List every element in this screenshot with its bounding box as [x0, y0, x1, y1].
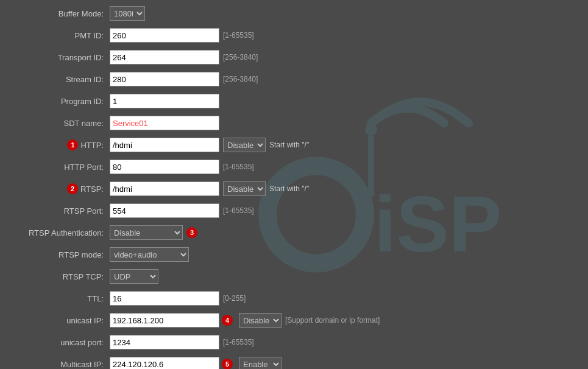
multicast-ip-row: Multicast IP: 5 Enable Disable: [12, 356, 576, 369]
rtsp-mode-select[interactable]: video+audio video only audio only: [110, 247, 189, 262]
http-port-label: HTTP Port:: [12, 163, 110, 172]
http-port-row: HTTP Port: [1-65535]: [12, 158, 576, 175]
sdt-name-label: SDT name:: [12, 119, 110, 128]
unicast-ip-select[interactable]: Disable Enable: [239, 313, 282, 328]
rtsp-label: RTSP:: [80, 184, 104, 194]
rtsp-label-container: 2 RTSP:: [12, 183, 110, 194]
rtsp-mode-row: RTSP mode: video+audio video only audio …: [12, 246, 576, 263]
buffer-mode-row: Buffer Mode: 1080i: [12, 5, 576, 22]
buffer-mode-label: Buffer Mode:: [12, 9, 110, 18]
http-label: HTTP:: [80, 141, 104, 150]
http-badge: 1: [67, 139, 78, 150]
form-container: Buffer Mode: 1080i PMT ID: [1-65535] Tra…: [0, 0, 588, 369]
buffer-mode-select[interactable]: 1080i: [110, 6, 145, 21]
rtsp-badge: 2: [67, 183, 78, 194]
sdt-name-row: SDT name:: [12, 114, 576, 132]
rtsp-mode-label: RTSP mode:: [12, 250, 110, 259]
unicast-ip-row: unicast IP: 4 Disable Enable [Support do…: [12, 312, 576, 329]
unicast-port-range: [1-65535]: [223, 338, 254, 346]
http-input[interactable]: [110, 138, 219, 152]
stream-id-input[interactable]: [110, 72, 219, 86]
http-label-container: 1 HTTP:: [12, 139, 110, 150]
rtsp-port-label: RTSP Port:: [12, 206, 110, 216]
unicast-port-row: unicast port: [1-65535]: [12, 334, 576, 351]
rtsp-row: 2 RTSP: Disable Enable Start with "/": [12, 180, 576, 197]
multicast-ip-badge: 5: [222, 359, 233, 369]
http-port-input[interactable]: [110, 160, 219, 174]
unicast-port-input[interactable]: [110, 335, 219, 350]
stream-id-range: [256-3840]: [223, 75, 258, 83]
http-hint: Start with "/": [269, 141, 309, 149]
rtsp-tcp-select[interactable]: UDP TCP: [110, 269, 158, 284]
pmt-id-row: PMT ID: [1-65535]: [12, 27, 576, 44]
rtsp-auth-label: RTSP Authentication:: [12, 228, 110, 237]
stream-id-row: Stream ID: [256-3840]: [12, 71, 576, 88]
program-id-label: Program ID:: [12, 97, 110, 106]
rtsp-port-range: [1-65535]: [223, 206, 254, 215]
http-row: 1 HTTP: Disable Enable Start with "/": [12, 136, 576, 153]
ttl-input[interactable]: [110, 291, 219, 306]
transport-id-row: Transport ID: [256-3840]: [12, 49, 576, 66]
unicast-ip-input[interactable]: [110, 313, 219, 328]
rtsp-select[interactable]: Disable Enable: [223, 181, 266, 196]
ttl-range: [0-255]: [223, 294, 246, 303]
rtsp-input[interactable]: [110, 181, 219, 196]
rtsp-tcp-row: RTSP TCP: UDP TCP: [12, 268, 576, 285]
unicast-ip-label: unicast IP:: [12, 316, 110, 325]
http-port-range: [1-65535]: [223, 163, 254, 171]
unicast-ip-hint: [Support domain or ip format]: [285, 316, 380, 325]
rtsp-tcp-label: RTSP TCP:: [12, 272, 110, 281]
multicast-ip-input[interactable]: [110, 357, 219, 369]
rtsp-port-row: RTSP Port: [1-65535]: [12, 202, 576, 219]
unicast-port-label: unicast port:: [12, 338, 110, 347]
pmt-id-label: PMT ID:: [12, 31, 110, 40]
unicast-ip-badge: 4: [222, 315, 233, 326]
ttl-label: TTL:: [12, 294, 110, 303]
rtsp-port-input[interactable]: [110, 203, 219, 218]
program-id-input[interactable]: [110, 94, 219, 108]
rtsp-hint: Start with "/": [269, 184, 309, 193]
transport-id-range: [256-3840]: [223, 53, 258, 62]
transport-id-input[interactable]: [110, 50, 219, 65]
rtsp-auth-select[interactable]: Disable Enable: [110, 225, 183, 240]
stream-id-label: Stream ID:: [12, 75, 110, 84]
multicast-ip-label: Multicast IP:: [12, 360, 110, 369]
multicast-ip-select[interactable]: Enable Disable: [239, 357, 282, 369]
rtsp-auth-badge: 3: [186, 227, 197, 238]
pmt-id-range: [1-65535]: [223, 31, 254, 40]
sdt-name-input[interactable]: [110, 116, 219, 130]
rtsp-auth-row: RTSP Authentication: Disable Enable 3: [12, 224, 576, 241]
http-select[interactable]: Disable Enable: [223, 138, 266, 152]
transport-id-label: Transport ID:: [12, 53, 110, 62]
ttl-row: TTL: [0-255]: [12, 290, 576, 307]
pmt-id-input[interactable]: [110, 28, 219, 43]
program-id-row: Program ID:: [12, 93, 576, 110]
